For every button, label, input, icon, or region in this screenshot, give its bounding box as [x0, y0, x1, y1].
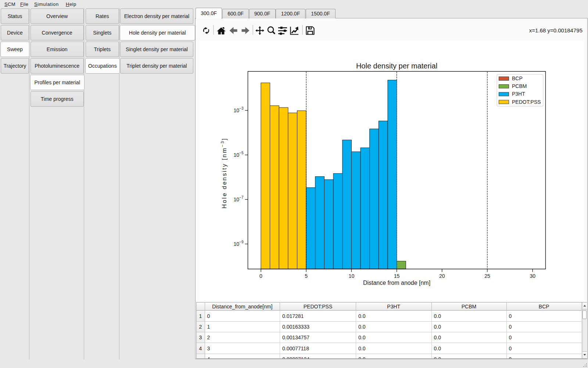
- svg-text:Distance from anode [nm]: Distance from anode [nm]: [363, 280, 430, 286]
- svg-text:30: 30: [530, 273, 535, 279]
- svg-text:Hole density [nm−3]: Hole density [nm−3]: [220, 137, 227, 208]
- svg-text:BCP: BCP: [512, 75, 523, 81]
- svg-text:25: 25: [484, 273, 490, 279]
- svg-text:PCBM: PCBM: [512, 83, 527, 89]
- svg-text:P3HT: P3HT: [512, 91, 525, 97]
- svg-text:5: 5: [305, 273, 308, 279]
- svg-text:15: 15: [394, 273, 400, 279]
- svg-text:20: 20: [439, 273, 445, 279]
- svg-text:0: 0: [259, 273, 262, 279]
- svg-text:Hole density per material: Hole density per material: [356, 62, 437, 70]
- svg-text:10: 10: [349, 273, 355, 279]
- svg-text:PEDOT:PSS: PEDOT:PSS: [512, 99, 541, 105]
